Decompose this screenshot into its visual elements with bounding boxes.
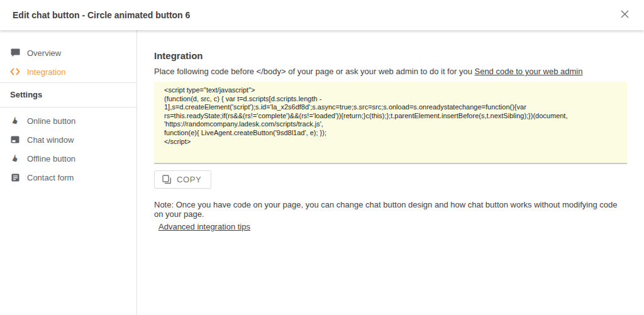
- sidebar-item-label: Offline button: [27, 154, 75, 163]
- sidebar-settings-group: ☛ Online button Chat window ☛ Offline bu…: [0, 108, 136, 187]
- code-line: (function(d, src, c) { var t=d.scripts[d…: [164, 95, 617, 104]
- hand-pointer-icon: ☛: [10, 116, 20, 126]
- instructions-text: Place following code before </body> of y…: [154, 67, 627, 76]
- sidebar-item-online-button[interactable]: ☛ Online button: [0, 111, 136, 130]
- close-icon: [621, 10, 629, 20]
- sidebar-item-integration[interactable]: Integration: [0, 62, 136, 81]
- sidebar-section-settings: Settings: [0, 83, 136, 106]
- dialog-body: Overview Integration Settings ☛ Online b…: [0, 30, 644, 315]
- code-line: rs=this.readyState;if(rs&&(rs!='complete…: [164, 112, 617, 121]
- copy-button-label: COPY: [177, 175, 201, 184]
- section-title: Integration: [154, 50, 627, 61]
- code-line: </script>: [164, 138, 617, 146]
- integration-code-box[interactable]: <script type="text/javascript"> (functio…: [154, 82, 627, 164]
- copy-button[interactable]: COPY: [154, 170, 211, 189]
- instructions-label: Place following code before </body> of y…: [154, 67, 472, 76]
- code-line: <script type="text/javascript">: [164, 86, 617, 95]
- sidebar-item-label: Contact form: [27, 173, 74, 182]
- sidebar-item-contact-form[interactable]: Contact form: [0, 168, 136, 187]
- send-code-link[interactable]: Send code to your web admin: [474, 67, 582, 76]
- sidebar: Overview Integration Settings ☛ Online b…: [0, 30, 137, 315]
- dialog-title: Edit chat button - Circle animated butto…: [13, 10, 190, 20]
- copy-icon: [162, 175, 171, 184]
- sidebar-item-label: Overview: [27, 48, 61, 58]
- advanced-tips-link[interactable]: Advanced integration tips: [158, 222, 250, 231]
- sidebar-item-overview[interactable]: Overview: [0, 43, 136, 62]
- contact-form-icon: [10, 172, 20, 182]
- sidebar-item-offline-button[interactable]: ☛ Offline button: [0, 149, 136, 168]
- note-text: Note: Once you have code on your page, y…: [154, 200, 627, 219]
- hand-pointer-icon: ☛: [10, 153, 20, 163]
- chat-bubble-icon: [10, 48, 20, 58]
- code-icon: [10, 67, 20, 77]
- sidebar-item-label: Chat window: [27, 135, 74, 145]
- code-line: 1],s=d.createElement('script');s.id='la_…: [164, 103, 617, 112]
- close-button[interactable]: [618, 8, 631, 23]
- integration-panel: Integration Place following code before …: [137, 30, 644, 315]
- dialog-header: Edit chat button - Circle animated butto…: [0, 0, 644, 30]
- sidebar-item-label: Integration: [27, 67, 65, 77]
- sidebar-item-label: Online button: [27, 116, 75, 126]
- sidebar-item-chat-window[interactable]: Chat window: [0, 130, 136, 149]
- code-line: function(e){ LiveAgent.createButton('9sd…: [164, 129, 617, 138]
- code-line: 'https://randomcompany.ladesk.com/script…: [164, 120, 617, 129]
- edit-chat-button-dialog: Edit chat button - Circle animated butto…: [0, 0, 644, 315]
- chat-window-icon: [10, 135, 20, 145]
